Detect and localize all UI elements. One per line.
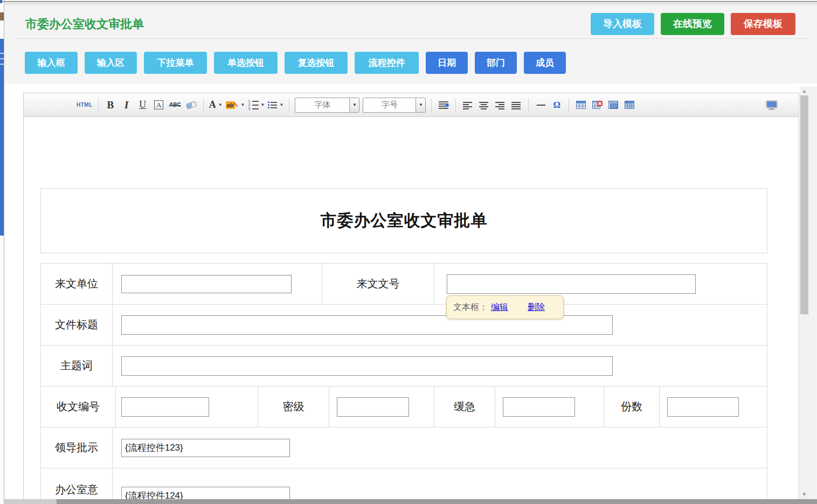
widget-department-button[interactable]: 部门 (475, 52, 517, 74)
label-lingdao-pishi: 领导批示 (40, 427, 112, 468)
laiwen-wenhao-input[interactable] (447, 274, 696, 294)
fullscreen-monitor-icon[interactable] (765, 98, 778, 112)
cell-huanji (495, 386, 604, 427)
zhutici-input[interactable] (121, 356, 613, 376)
font-size-select[interactable]: 字号 ▼ (363, 98, 426, 113)
strip-tick (0, 64, 4, 65)
horizontal-rule-icon[interactable]: — (534, 98, 547, 112)
chevron-down-icon[interactable]: ▼ (349, 98, 359, 112)
header-divider (15, 38, 808, 39)
cell-shouwen-bianhao (115, 386, 258, 427)
page-header: 市委办公室收文审批单 导入模板 在线预览 保存模板 输入框 输入区 下拉菜单 单… (4, 5, 817, 84)
toolbar-separator (455, 98, 456, 112)
edit-link[interactable]: 编辑 (491, 302, 508, 313)
label-miji: 密级 (258, 386, 329, 427)
indent-icon[interactable]: ▶ (437, 98, 450, 112)
editor-toolbar: HTML B I U A ABC A▼ ab✎▼ 1 2 3 ▼ ▼ 字体 (24, 93, 799, 117)
chevron-down-icon[interactable]: ▼ (416, 98, 425, 112)
label-shouwen-bianhao: 收文编号 (40, 386, 115, 427)
scrollbar-thumb[interactable] (800, 95, 808, 314)
save-template-button[interactable]: 保存模板 (731, 13, 795, 35)
cell-zhutici (112, 346, 767, 386)
laiwen-danwei-input[interactable] (121, 275, 292, 293)
strip-segment (0, 12, 4, 20)
fenshu-input[interactable] (667, 397, 739, 417)
format-block-icon[interactable]: A (153, 98, 165, 112)
scroll-up-icon[interactable]: ▲ (800, 86, 809, 95)
align-center-icon[interactable] (477, 98, 490, 112)
source-code-icon[interactable]: HTML (77, 98, 93, 112)
textbox-tooltip: 文本框： 编辑 删除 (446, 295, 564, 319)
widget-dropdown-button[interactable]: 下拉菜单 (144, 52, 207, 74)
widget-member-button[interactable]: 成员 (524, 52, 566, 74)
toolbar-separator (98, 98, 99, 112)
font-color-icon[interactable]: A▼ (209, 98, 223, 112)
widget-input-area-button[interactable]: 输入区 (85, 52, 137, 74)
align-left-icon[interactable] (461, 98, 474, 112)
insert-table-icon[interactable] (574, 98, 587, 112)
widget-button-row: 输入框 输入区 下拉菜单 单选按钮 复选按钮 流程控件 日期 部门 成员 (25, 52, 566, 74)
toolbar-separator (528, 98, 529, 112)
shouwen-bianhao-input[interactable] (121, 397, 209, 417)
cell-miji (329, 386, 434, 427)
strip-tick (0, 58, 4, 59)
delete-link[interactable]: 删除 (528, 302, 545, 313)
toolbar-separator (569, 98, 569, 112)
widget-checkbox-button[interactable]: 复选按钮 (285, 52, 348, 74)
cell-wenjian-biaoti (112, 305, 767, 345)
strip-accent (0, 0, 2, 3)
tooltip-prefix: 文本框： (453, 302, 488, 313)
background-window-strip (0, 0, 4, 504)
window-bottom-edge (57, 499, 817, 504)
label-laiwen-wenhao: 来文文号 (322, 264, 434, 304)
unordered-list-icon[interactable]: ▼ (268, 98, 283, 112)
align-right-icon[interactable] (494, 98, 507, 112)
widget-input-box-button[interactable]: 输入框 (25, 52, 78, 74)
window-bottom-edge (4, 499, 57, 504)
table-row: 主题词 (40, 346, 767, 386)
underline-icon[interactable]: U (136, 98, 149, 112)
table-properties-icon[interactable] (623, 98, 636, 112)
strip-tick (0, 53, 4, 54)
italic-icon[interactable]: I (120, 98, 133, 112)
table-cell-properties-icon[interactable] (607, 98, 620, 112)
remove-format-eraser-icon[interactable] (185, 98, 198, 112)
strikethrough-icon[interactable]: ABC (169, 98, 182, 112)
special-character-icon[interactable]: Ω (550, 98, 563, 112)
online-preview-button[interactable]: 在线预览 (661, 13, 724, 35)
align-justify-icon[interactable] (510, 98, 523, 112)
vertical-scrollbar[interactable]: ▲ ▼ (800, 86, 809, 504)
scroll-down-icon[interactable]: ▼ (800, 489, 809, 499)
form-title: 市委办公室收文审批单 (321, 210, 488, 232)
cell-lingdao-pishi (112, 427, 767, 468)
widget-radio-button[interactable]: 单选按钮 (214, 52, 278, 74)
toolbar-separator (203, 98, 204, 112)
form-table: 来文单位 来文文号 文件标题 主题词 收文编号 密级 缓急 份数 (40, 263, 767, 504)
right-gutter (809, 86, 817, 504)
table-row: 来文单位 来文文号 (40, 264, 767, 305)
font-family-select[interactable]: 字体 ▼ (295, 98, 359, 113)
cell-laiwen-danwei (112, 264, 322, 304)
table-row: 文件标题 (40, 305, 767, 346)
label-wenjian-biaoti: 文件标题 (40, 305, 112, 345)
ordered-list-icon[interactable]: 1 2 3 ▼ (248, 98, 265, 112)
strip-segment (0, 39, 4, 236)
table-row: 领导批示 (40, 427, 767, 468)
label-huanji: 缓急 (434, 386, 495, 427)
table-row: 收文编号 密级 缓急 份数 (40, 386, 767, 427)
huanji-input[interactable] (503, 397, 575, 417)
toolbar-separator (289, 98, 289, 112)
import-template-button[interactable]: 导入模板 (591, 13, 654, 35)
delete-table-icon[interactable] (591, 98, 604, 112)
label-zhutici: 主题词 (40, 346, 112, 386)
highlight-color-icon[interactable]: ab✎▼ (226, 98, 245, 112)
toolbar-separator (431, 98, 432, 112)
miji-input[interactable] (337, 397, 409, 417)
label-laiwen-danwei: 来文单位 (40, 264, 112, 304)
widget-flow-control-button[interactable]: 流程控件 (355, 52, 419, 74)
widget-date-button[interactable]: 日期 (426, 52, 468, 74)
form-title-box: 市委办公室收文审批单 (40, 188, 767, 253)
bold-icon[interactable]: B (104, 98, 117, 112)
page-title: 市委办公室收文审批单 (25, 16, 144, 32)
lingdao-pishi-input[interactable] (121, 439, 290, 457)
